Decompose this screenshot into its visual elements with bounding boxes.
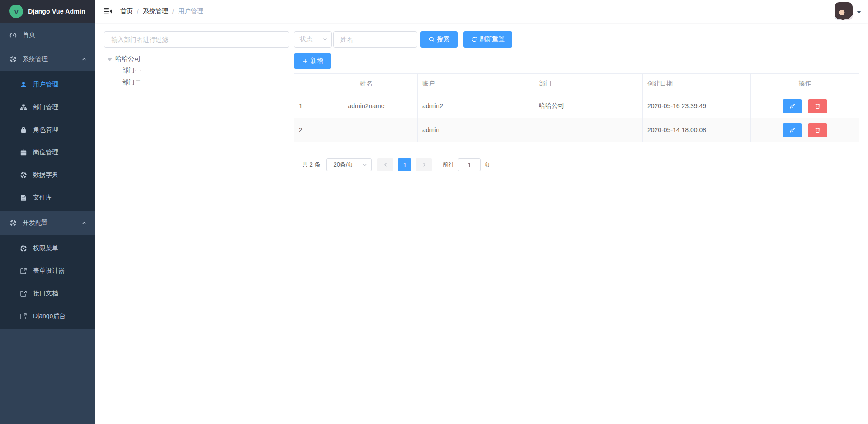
- sidebar-group-label: 开发配置: [23, 219, 48, 227]
- sidebar-item-positions[interactable]: 岗位管理: [0, 141, 95, 164]
- dictionary-icon: [20, 172, 27, 179]
- users-table: 姓名 账户 部门 创建日期 操作 1 admin2name ad: [294, 73, 859, 142]
- app-root: V Django Vue Admin 首页 系统管理: [0, 0, 868, 424]
- search-icon: [429, 36, 435, 43]
- cell-dept: 哈哈公司: [534, 94, 643, 118]
- sidebar-item-label: 角色管理: [33, 126, 58, 134]
- reset-button-label: 刷新重置: [480, 35, 505, 43]
- sidebar-item-label: 岗位管理: [33, 148, 58, 157]
- sidebar-item-permissions[interactable]: 权限菜单: [0, 237, 95, 260]
- logo-icon: V: [9, 5, 23, 18]
- navbar-right: [835, 2, 861, 20]
- col-created: 创建日期: [643, 74, 751, 94]
- sidebar-item-django-admin[interactable]: Django后台: [0, 305, 95, 328]
- external-link-icon: [20, 313, 27, 320]
- page-content: 哈哈公司 部门一 部门二 状态: [95, 23, 868, 424]
- goto-page-input[interactable]: [458, 158, 481, 171]
- goto-page: 前往 页: [443, 158, 490, 171]
- dashboard-icon: [9, 31, 17, 38]
- cell-account: admin: [418, 118, 534, 142]
- cell-actions: [751, 118, 859, 142]
- tree-node-child[interactable]: 部门二: [104, 76, 289, 88]
- sidebar-item-dictionary[interactable]: 数据字典: [0, 164, 95, 186]
- breadcrumb-current: 用户管理: [178, 7, 203, 15]
- sidebar-item-departments[interactable]: 部门管理: [0, 96, 95, 119]
- trash-icon: [814, 103, 821, 110]
- table-header-row: 姓名 账户 部门 创建日期 操作: [294, 74, 859, 94]
- caret-down-icon: [857, 11, 861, 14]
- name-input[interactable]: [333, 31, 417, 48]
- reset-button[interactable]: 刷新重置: [463, 31, 512, 48]
- trash-icon: [814, 127, 821, 133]
- pagination: 共 2 条 20条/页 1 前往 页: [294, 158, 859, 171]
- add-button-label: 新增: [311, 57, 323, 65]
- external-link-icon: [20, 267, 27, 275]
- page-unit-label: 页: [484, 161, 490, 169]
- next-page-button[interactable]: [416, 158, 432, 171]
- page-number-button[interactable]: 1: [398, 158, 411, 171]
- dept-tree-panel: 哈哈公司 部门一 部门二: [104, 31, 289, 424]
- add-button[interactable]: 新增: [294, 53, 331, 69]
- delete-button[interactable]: [808, 123, 827, 137]
- tree-node-root[interactable]: 哈哈公司: [104, 53, 289, 65]
- breadcrumb-system[interactable]: 系统管理: [143, 7, 168, 15]
- chevron-up-icon: [81, 57, 87, 62]
- sidebar-submenu-system: 用户管理 部门管理 角色管理: [0, 71, 95, 211]
- dept-tree: 哈哈公司 部门一 部门二: [104, 53, 289, 88]
- config-icon: [9, 219, 17, 227]
- sidebar-item-form-designer[interactable]: 表单设计器: [0, 260, 95, 282]
- prev-page-button[interactable]: [377, 158, 393, 171]
- breadcrumb-separator: /: [172, 8, 174, 15]
- sidebar-group-system[interactable]: 系统管理: [0, 47, 95, 71]
- cell-actions: [751, 94, 859, 118]
- sidebar-submenu-devconfig: 权限菜单 表单设计器 接口文档: [0, 235, 95, 329]
- sidebar-group-label: 系统管理: [23, 55, 48, 63]
- page-size-select[interactable]: 20条/页: [326, 158, 372, 171]
- pencil-icon: [789, 103, 796, 110]
- delete-button[interactable]: [808, 99, 827, 113]
- sidebar-item-api-docs[interactable]: 接口文档: [0, 282, 95, 305]
- avatar[interactable]: [835, 2, 853, 20]
- total-count: 共 2 条: [302, 161, 320, 169]
- sidebar-item-users[interactable]: 用户管理: [0, 73, 95, 96]
- chevron-right-icon: [421, 162, 427, 167]
- permission-icon: [20, 245, 27, 252]
- sidebar-item-files[interactable]: 文件库: [0, 186, 95, 209]
- sidebar-item-roles[interactable]: 角色管理: [0, 119, 95, 141]
- goto-label: 前往: [443, 161, 454, 169]
- status-select-placeholder: 状态: [300, 35, 312, 43]
- search-button[interactable]: 搜索: [420, 31, 458, 48]
- sidebar-item-label: 文件库: [33, 194, 52, 202]
- edit-button[interactable]: [783, 123, 802, 137]
- sidebar-item-home[interactable]: 首页: [0, 23, 95, 47]
- cell-dept: [534, 118, 643, 142]
- sidebar-group-devconfig[interactable]: 开发配置: [0, 211, 95, 235]
- breadcrumb: 首页 / 系统管理 / 用户管理: [120, 7, 203, 15]
- dept-filter-input[interactable]: [104, 31, 289, 48]
- sidebar-item-label: 数据字典: [33, 171, 58, 179]
- logo[interactable]: V Django Vue Admin: [0, 0, 95, 23]
- search-toolbar: 状态 搜索 刷新重置: [294, 31, 859, 48]
- chevron-down-icon: [362, 162, 368, 167]
- breadcrumb-home[interactable]: 首页: [120, 7, 133, 15]
- search-button-label: 搜索: [437, 35, 450, 43]
- col-dept: 部门: [534, 74, 643, 94]
- chevron-left-icon: [383, 162, 388, 167]
- plus-icon: [302, 58, 308, 64]
- lock-icon: [20, 126, 27, 133]
- cell-index: 2: [294, 118, 315, 142]
- refresh-icon: [471, 36, 477, 43]
- external-link-icon: [20, 290, 27, 297]
- component-icon: [9, 56, 17, 63]
- table-wrap: 姓名 账户 部门 创建日期 操作 1 admin2name ad: [294, 73, 859, 142]
- tree-node-label: 哈哈公司: [115, 55, 141, 63]
- col-index: [294, 74, 315, 94]
- hamburger-fold-icon[interactable]: [103, 7, 112, 16]
- pencil-icon: [789, 127, 796, 133]
- chevron-down-icon: [322, 37, 328, 42]
- tree-node-child[interactable]: 部门一: [104, 65, 289, 76]
- edit-button[interactable]: [783, 99, 802, 113]
- status-select[interactable]: 状态: [294, 31, 332, 48]
- document-icon: [20, 194, 27, 201]
- user-panel: 状态 搜索 刷新重置: [294, 31, 859, 424]
